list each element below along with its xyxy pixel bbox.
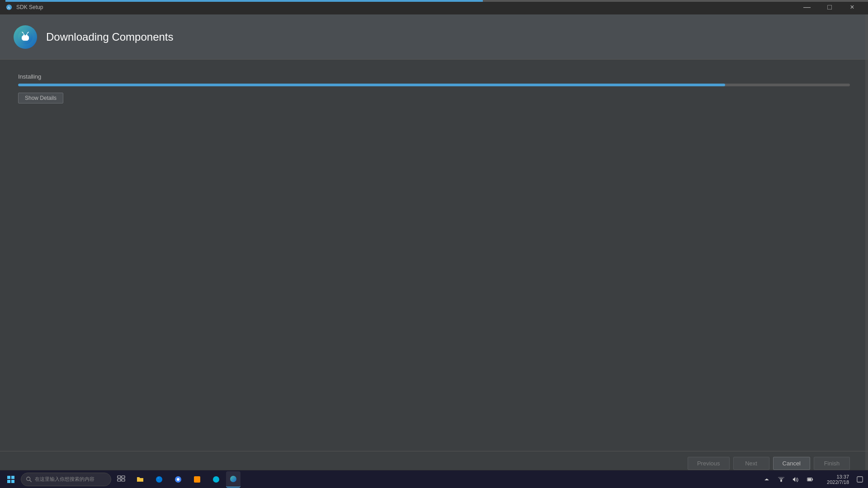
minimize-button[interactable]: — — [797, 0, 817, 14]
title-bar-text: SDK Setup — [16, 4, 43, 10]
taskbar: 在这里输入你想搜索的内容 — [0, 470, 868, 488]
svg-text:A: A — [8, 5, 10, 10]
svg-rect-22 — [194, 476, 200, 483]
cancel-button[interactable]: Cancel — [773, 457, 810, 470]
task-view-button[interactable] — [112, 471, 130, 488]
previous-button[interactable]: Previous — [688, 457, 730, 470]
taskbar-search-text: 在这里输入你想搜索的内容 — [35, 476, 94, 483]
taskbar-app-1[interactable] — [188, 471, 206, 488]
svg-point-24 — [230, 476, 236, 482]
title-bar-left: A SDK Setup — [5, 4, 43, 11]
edge-browser-button[interactable] — [150, 471, 168, 488]
status-label: Installing — [18, 73, 850, 80]
taskbar-date: 2022/7/18 — [827, 479, 849, 485]
svg-rect-16 — [118, 476, 121, 478]
header: Downloading Components — [0, 14, 868, 60]
progress-bar-fill — [18, 84, 725, 86]
svg-point-21 — [177, 478, 179, 481]
svg-rect-19 — [122, 479, 125, 481]
svg-rect-30 — [812, 479, 813, 480]
android-studio-logo — [14, 25, 37, 49]
scrollbar-hint — [865, 14, 868, 470]
sdk-setup-taskbar-app[interactable] — [226, 471, 241, 488]
taskbar-time: 13:37 — [836, 474, 849, 479]
svg-rect-31 — [808, 478, 811, 480]
next-button[interactable]: Next — [733, 457, 769, 470]
network-icon[interactable] — [775, 471, 788, 488]
top-progress-bar — [5, 0, 868, 2]
close-button[interactable]: × — [842, 0, 863, 14]
taskbar-app-2[interactable] — [207, 471, 225, 488]
svg-rect-17 — [122, 476, 125, 478]
title-bar: A SDK Setup — □ × — [0, 0, 868, 14]
taskbar-search[interactable]: 在这里输入你想搜索的内容 — [21, 473, 111, 486]
start-button[interactable] — [2, 471, 20, 488]
chrome-button[interactable] — [169, 471, 187, 488]
svg-rect-13 — [11, 480, 14, 483]
taskbar-tray — [760, 471, 820, 488]
svg-rect-10 — [7, 476, 10, 479]
svg-line-15 — [30, 480, 32, 482]
svg-point-6 — [24, 34, 25, 35]
title-bar-controls: — □ × — [797, 0, 863, 14]
file-explorer-button[interactable] — [131, 471, 149, 488]
svg-rect-28 — [778, 477, 784, 478]
top-progress-fill — [5, 0, 483, 2]
notification-icon[interactable] — [854, 471, 866, 488]
svg-rect-5 — [22, 35, 28, 41]
show-details-button[interactable]: Show Details — [18, 93, 63, 103]
svg-marker-25 — [764, 479, 769, 480]
svg-point-23 — [213, 476, 219, 483]
progress-bar-container — [18, 84, 850, 86]
svg-rect-12 — [7, 480, 10, 483]
battery-icon[interactable] — [804, 471, 816, 488]
svg-point-7 — [26, 34, 28, 35]
svg-rect-26 — [780, 479, 782, 482]
svg-rect-18 — [118, 479, 121, 481]
page-title: Downloading Components — [46, 31, 174, 43]
taskbar-clock[interactable]: 13:37 2022/7/18 — [821, 474, 853, 485]
volume-icon[interactable] — [789, 471, 802, 488]
svg-rect-32 — [857, 476, 863, 482]
maximize-button[interactable]: □ — [819, 0, 840, 14]
finish-button[interactable]: Finish — [814, 457, 850, 470]
svg-rect-11 — [11, 476, 14, 479]
footer-actions: Previous Next Cancel Finish — [0, 451, 868, 470]
app-icon: A — [5, 4, 13, 11]
tray-arrow[interactable] — [760, 471, 773, 488]
main-content: Installing Show Details — [0, 60, 868, 445]
svg-rect-27 — [779, 478, 783, 479]
